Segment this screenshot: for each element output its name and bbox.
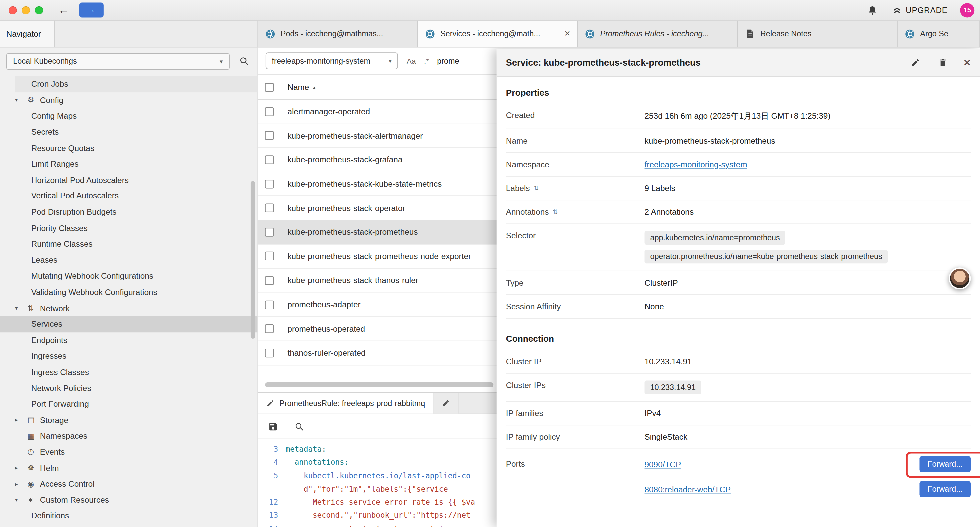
sidebar-item-storage[interactable]: ▸▤Storage <box>0 412 258 428</box>
minimize-window-button[interactable] <box>22 6 30 14</box>
sidebar-item-limit-ranges[interactable]: Limit Ranges <box>0 156 258 172</box>
row-label: Type <box>506 278 645 287</box>
chevron-down-icon[interactable]: ▾ <box>15 497 27 503</box>
sidebar-item-pod-disruption-budgets[interactable]: Pod Disruption Budgets <box>0 204 258 220</box>
chevron-right-icon[interactable]: ▸ <box>15 465 27 471</box>
sidebar-item-leases[interactable]: Leases <box>0 252 258 268</box>
navigator-panel-tab[interactable]: Navigator <box>0 21 55 47</box>
sidebar-item-config[interactable]: ▾⚙Config <box>0 92 258 108</box>
sort-up-icon[interactable]: ▴ <box>313 84 315 91</box>
sidebar-item-runtime-classes[interactable]: Runtime Classes <box>0 236 258 252</box>
port-link-9090[interactable]: 9090/TCP <box>645 459 681 469</box>
close-window-button[interactable] <box>9 6 17 14</box>
sidebar-item-definitions[interactable]: Definitions <box>0 508 258 524</box>
connection-heading: Connection <box>506 318 970 350</box>
sidebar-item-services[interactable]: Services <box>0 316 258 332</box>
row-checkbox[interactable] <box>265 300 274 309</box>
sidebar-item-custom-resources[interactable]: ▾∗Custom Resources <box>0 492 258 508</box>
drawer-row-selector: Selector app.kubernetes.io/name=promethe… <box>506 224 970 271</box>
sidebar-item-namespaces[interactable]: ▦Namespaces <box>0 428 258 444</box>
tab-argo[interactable]: Argo Se <box>897 21 980 47</box>
forward-button[interactable]: Forward... <box>919 456 970 472</box>
service-name: kube-prometheus-stack-prometheus-node-ex… <box>287 252 471 261</box>
row-checkbox[interactable] <box>265 107 274 116</box>
upgrade-icon <box>892 5 902 15</box>
kubeconfig-selector[interactable]: Local Kubeconfigs ▾ <box>6 53 230 70</box>
sidebar-item-cron-jobs[interactable]: Cron Jobs <box>0 76 258 92</box>
port-link-8080-reloader-web[interactable]: 8080:reloader-web/TCP <box>645 484 731 494</box>
zoom-window-button[interactable] <box>35 6 43 14</box>
trash-icon[interactable] <box>936 56 950 69</box>
chevron-right-icon[interactable]: ▸ <box>15 417 27 423</box>
row-checkbox[interactable] <box>265 155 274 164</box>
chevron-right-icon[interactable]: ▸ <box>15 481 27 487</box>
sidebar-item-secrets[interactable]: Secrets <box>0 124 258 140</box>
namespaces-icon: ▦ <box>27 431 40 440</box>
sidebar-item-helm[interactable]: ▸☸Helm <box>0 460 258 476</box>
tab-services[interactable]: Services - icecheng@math... × <box>418 21 578 47</box>
tab-prometheus-rules[interactable]: Prometheus Rules - icecheng... <box>578 21 738 47</box>
match-case-toggle[interactable]: Aa <box>407 56 416 65</box>
sidebar-item-mutating-webhook-configurations[interactable]: Mutating Webhook Configurations <box>0 268 258 284</box>
row-checkbox[interactable] <box>265 204 274 212</box>
name-column-header[interactable]: Name ▴ <box>287 83 315 92</box>
floating-avatar[interactable] <box>949 267 970 289</box>
back-icon[interactable]: ← <box>58 4 69 16</box>
horizontal-scrollbar[interactable] <box>265 382 493 387</box>
drawer-row-ip-families: IP families IPv4 <box>506 401 970 425</box>
drawer-row-cluster-ips: Cluster IPs 10.233.14.91 <box>506 374 970 401</box>
row-checkbox[interactable] <box>265 180 274 188</box>
row-checkbox[interactable] <box>265 252 274 261</box>
sidebar-item-config-maps[interactable]: Config Maps <box>0 108 258 124</box>
search-input[interactable]: Aa .* prome <box>407 56 459 65</box>
sidebar-item-validating-webhook-configurations[interactable]: Validating Webhook Configurations <box>0 284 258 300</box>
tab-release-notes[interactable]: Release Notes <box>738 21 897 47</box>
expand-toggle-icon[interactable]: ⇅ <box>534 185 539 192</box>
select-all-checkbox[interactable] <box>265 83 274 91</box>
row-checkbox[interactable] <box>265 228 274 236</box>
sidebar-item-ingress-classes[interactable]: Ingress Classes <box>0 364 258 380</box>
namespace-filter-dropdown[interactable]: freeleaps-monitoring-system ▾ <box>266 53 398 69</box>
sidebar-item-vertical-pod-autoscalers[interactable]: Vertical Pod Autoscalers <box>0 188 258 204</box>
notification-count-badge[interactable]: 15 <box>960 3 974 17</box>
sidebar-item-network-policies[interactable]: Network Policies <box>0 380 258 396</box>
forward-button[interactable]: Forward... <box>919 481 970 497</box>
close-tab-icon[interactable]: × <box>565 29 570 39</box>
sidebar-item-endpoints[interactable]: Endpoints <box>0 332 258 348</box>
sidebar-item-priority-classes[interactable]: Priority Classes <box>0 220 258 236</box>
save-icon[interactable] <box>266 419 280 433</box>
chevron-down-icon[interactable]: ▾ <box>15 97 27 103</box>
row-checkbox[interactable] <box>265 324 274 333</box>
kubeconfig-selector-value: Local Kubeconfigs <box>13 57 77 65</box>
sidebar-item-resource-quotas[interactable]: Resource Quotas <box>0 140 258 156</box>
sidebar-item-network[interactable]: ▾⇅Network <box>0 300 258 316</box>
sidebar-scrollbar[interactable] <box>250 181 255 339</box>
dock-tab-partial[interactable] <box>434 393 459 414</box>
row-checkbox[interactable] <box>265 276 274 285</box>
window-controls <box>9 6 43 14</box>
notifications-bell-icon[interactable] <box>865 3 879 17</box>
expand-toggle-icon[interactable]: ⇅ <box>553 209 558 215</box>
row-checkbox[interactable] <box>265 348 274 357</box>
sidebar-item-horizontal-pod-autoscalers[interactable]: Horizontal Pod Autoscalers <box>0 172 258 188</box>
upgrade-button[interactable]: UPGRADE <box>892 5 948 15</box>
row-checkbox[interactable] <box>265 131 274 140</box>
tab-label: Prometheus Rules - icecheng... <box>600 29 730 38</box>
tab-pods[interactable]: Pods - icecheng@mathmas... <box>258 21 418 47</box>
sidebar-item-port-forwarding[interactable]: Port Forwarding <box>0 396 258 412</box>
sidebar-item-events[interactable]: ◷Events <box>0 444 258 460</box>
chevron-down-icon[interactable]: ▾ <box>15 305 27 311</box>
edit-pencil-icon[interactable] <box>908 56 922 69</box>
namespace-link[interactable]: freeleaps-monitoring-system <box>645 160 747 169</box>
close-icon[interactable]: × <box>963 56 970 69</box>
row-value: None <box>645 301 970 311</box>
sidebar-search-icon[interactable] <box>237 54 251 68</box>
service-name: kube-prometheus-stack-alertmanager <box>287 131 423 140</box>
sidebar-item-access-control[interactable]: ▸◉Access Control <box>0 476 258 492</box>
row-label: Name <box>506 136 645 145</box>
sidebar-item-ingresses[interactable]: Ingresses <box>0 348 258 364</box>
regex-toggle[interactable]: .* <box>424 56 429 65</box>
editor-search-icon[interactable] <box>292 419 306 433</box>
dock-tab-prometheusrule[interactable]: PrometheusRule: freeleaps-prod-rabbitmq <box>258 393 434 414</box>
forward-icon[interactable]: → <box>80 2 103 18</box>
